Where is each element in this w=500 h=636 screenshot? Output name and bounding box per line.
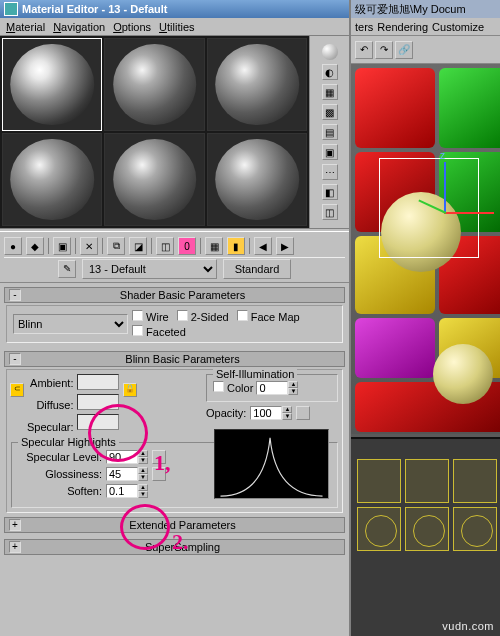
specular-curve-preview <box>214 429 329 499</box>
plus-icon: + <box>9 541 21 553</box>
spec-level-label: Specular Level: <box>16 451 102 463</box>
spec-level-spinner[interactable]: ▲▼ <box>106 450 148 464</box>
preview-area: ◐ ▦ ▩ ▤ ▣ ⋯ ◧ ◫ <box>0 36 349 228</box>
self-illumination-group: Self-Illumination Color ▲▼ <box>206 374 338 402</box>
diffuse-lock-icon[interactable]: 🔒 <box>123 383 137 397</box>
go-parent-icon[interactable]: ◀ <box>254 237 272 255</box>
ambient-label: Ambient: <box>30 374 73 392</box>
sample-slot-2[interactable] <box>104 38 204 131</box>
sample-slots <box>0 36 309 228</box>
material-editor-window: Material Editor - 13 - Default Material … <box>0 0 351 636</box>
menu-utilities[interactable]: Utilities <box>159 21 194 33</box>
two-sided-check[interactable]: 2-Sided <box>177 310 229 323</box>
sample-slot-1[interactable] <box>2 38 102 131</box>
toolbar: ● ◆ ▣ ✕ ⧉ ◪ ◫ 0 ▦ ▮ ◀ ▶ ✎ <box>0 232 349 283</box>
diffuse-label: Diffuse: <box>36 396 73 414</box>
watermark: vudn.com <box>442 620 494 632</box>
rollout-supersampling[interactable]: + SuperSampling <box>4 539 345 555</box>
make-preview-icon[interactable]: ▣ <box>322 144 338 160</box>
scene-sphere-2[interactable] <box>433 344 493 404</box>
go-forward-icon[interactable]: ▶ <box>276 237 294 255</box>
put-to-library-icon[interactable]: ◫ <box>156 237 174 255</box>
opacity-map-icon[interactable] <box>296 406 310 420</box>
window-title: Material Editor - 13 - Default <box>22 3 167 15</box>
main-toolbar: ↶ ↷ 🔗 <box>351 36 500 64</box>
put-to-scene-icon[interactable]: ◆ <box>26 237 44 255</box>
sample-slot-3[interactable] <box>207 38 307 131</box>
sample-slot-5[interactable] <box>104 133 204 226</box>
rollout-shader[interactable]: - Shader Basic Parameters <box>4 287 345 303</box>
get-material-icon[interactable]: ● <box>4 237 22 255</box>
menu-navigation[interactable]: Navigation <box>53 21 105 33</box>
material-type-button[interactable]: Standard <box>223 259 291 279</box>
ambient-diffuse-lock-icon[interactable]: ⊂ <box>10 383 24 397</box>
spec-level-map-icon[interactable] <box>152 450 166 464</box>
minus-icon: - <box>9 353 21 365</box>
shader-type-select[interactable]: Blinn <box>13 314 128 334</box>
undo-icon[interactable]: ↶ <box>355 41 373 59</box>
perspective-viewport[interactable]: z <box>351 64 500 434</box>
face-map-check[interactable]: Face Map <box>237 310 300 323</box>
show-map-icon[interactable]: ▦ <box>205 237 223 255</box>
glossiness-map-icon[interactable] <box>152 467 166 481</box>
glossiness-label: Glossiness: <box>16 468 102 480</box>
make-unique-icon[interactable]: ◪ <box>129 237 147 255</box>
titlebar: Material Editor - 13 - Default <box>0 0 349 18</box>
show-end-result-icon[interactable]: ▮ <box>227 237 245 255</box>
rollout-extended[interactable]: + Extended Parameters <box>4 517 345 533</box>
menu-options[interactable]: Options <box>113 21 151 33</box>
app-icon <box>4 2 18 16</box>
backlight-icon[interactable]: ◐ <box>322 64 338 80</box>
reset-map-icon[interactable]: ✕ <box>80 237 98 255</box>
assign-to-selection-icon[interactable]: ▣ <box>53 237 71 255</box>
link-icon[interactable]: 🔗 <box>395 41 413 59</box>
move-gizmo[interactable]: z <box>416 182 476 242</box>
main-titlebar: 级可爱旭旭\My Docum <box>351 0 500 18</box>
self-illum-color-check[interactable]: Color <box>213 382 253 394</box>
shader-panel: Blinn Wire 2-Sided Face Map Faceted <box>6 305 343 343</box>
diffuse-swatch[interactable] <box>77 394 119 410</box>
specular-highlights-group: Specular Highlights Specular Level: ▲▼ G… <box>11 442 338 508</box>
menu-customize[interactable]: Customize <box>432 21 484 33</box>
sample-uv-icon[interactable]: ▩ <box>322 104 338 120</box>
sample-type-icon[interactable] <box>322 44 338 60</box>
pick-material-icon[interactable]: ✎ <box>58 260 76 278</box>
minus-icon: - <box>9 289 21 301</box>
video-check-icon[interactable]: ▤ <box>322 124 338 140</box>
self-illum-spinner[interactable]: ▲▼ <box>256 381 298 395</box>
main-app-window: 级可爱旭旭\My Docum ters Rendering Customize … <box>351 0 500 636</box>
soften-label: Soften: <box>16 485 102 497</box>
soften-spinner[interactable]: ▲▼ <box>106 484 148 498</box>
material-name-select[interactable]: 13 - Default <box>82 259 217 279</box>
options-icon[interactable]: ⋯ <box>322 164 338 180</box>
material-effects-icon[interactable]: 0 <box>178 237 196 255</box>
menu-rendering[interactable]: Rendering <box>377 21 428 33</box>
wire-check[interactable]: Wire <box>132 310 169 323</box>
sample-slot-6[interactable] <box>207 133 307 226</box>
make-copy-icon[interactable]: ⧉ <box>107 237 125 255</box>
opacity-label: Opacity: <box>206 407 246 419</box>
specular-swatch[interactable] <box>77 414 119 430</box>
material-map-navigator-icon[interactable]: ◫ <box>322 204 338 220</box>
faceted-check[interactable]: Faceted <box>132 325 186 338</box>
menu-material[interactable]: Material <box>6 21 45 33</box>
menubar: Material Navigation Options Utilities <box>0 18 349 36</box>
viewport[interactable]: z <box>351 64 500 636</box>
side-tools: ◐ ▦ ▩ ▤ ▣ ⋯ ◧ ◫ <box>309 36 349 228</box>
menu-modifiers[interactable]: ters <box>355 21 373 33</box>
rollout-blinn[interactable]: - Blinn Basic Parameters <box>4 351 345 367</box>
specular-label: Specular: <box>27 418 73 436</box>
sample-slot-4[interactable] <box>2 133 102 226</box>
opacity-spinner[interactable]: ▲▼ <box>250 406 292 420</box>
blinn-panel: ⊂ Ambient: Diffuse: Specular: 🔒 <box>6 369 343 513</box>
main-menubar: ters Rendering Customize <box>351 18 500 36</box>
select-by-material-icon[interactable]: ◧ <box>322 184 338 200</box>
redo-icon[interactable]: ↷ <box>375 41 393 59</box>
wireframe-viewport[interactable] <box>351 437 500 636</box>
background-icon[interactable]: ▦ <box>322 84 338 100</box>
plus-icon: + <box>9 519 21 531</box>
ambient-swatch[interactable] <box>77 374 119 390</box>
glossiness-spinner[interactable]: ▲▼ <box>106 467 148 481</box>
